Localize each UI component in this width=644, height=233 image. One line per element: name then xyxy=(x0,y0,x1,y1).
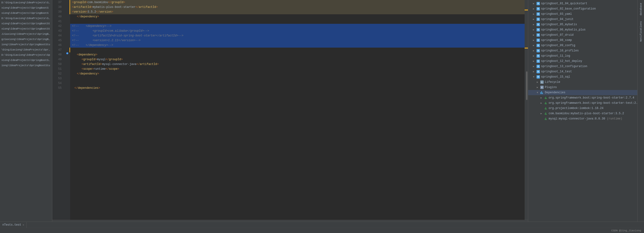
tree-item-plugins[interactable]: ▶ P Plugins xyxy=(528,85,637,90)
module-icon: m xyxy=(536,7,540,11)
code-line-43: <!-- <groupId>com.alibaba</groupId>--> xyxy=(70,29,524,33)
left-panel-item: iong\IdeaProjects\SpringBootStu xyxy=(0,63,52,68)
tree-arrow: ▶ xyxy=(533,13,535,16)
code-line-55: </dependencies> xyxy=(70,86,524,90)
tree-item-springboot05[interactable]: ▶ m springboot_05_mybatis xyxy=(528,22,637,27)
tree-item-springboot10[interactable]: ▶ m springboot_10_profiles xyxy=(528,48,637,53)
left-panel-item: xiong\IdeaProjects\SpringBootSt xyxy=(0,21,52,26)
tree-item-springboot07[interactable]: ▶ m springboot_07_druid xyxy=(528,32,637,38)
tree-item-springboot03[interactable]: ▶ m springboot_03_yaml xyxy=(528,12,637,17)
tree-label: springboot_09_config xyxy=(541,44,575,47)
file-tab-close[interactable]: ✕ xyxy=(22,223,24,226)
module-icon: m xyxy=(536,23,540,27)
tree-label: springboot_10_profiles xyxy=(541,49,578,52)
tree-arrow: ▶ xyxy=(533,28,535,31)
tree-item-springboot06[interactable]: ▶ m springboot_06_mybatis_plus xyxy=(528,27,637,32)
tree-label: Dependencies xyxy=(545,91,565,94)
tree-item-springboot02[interactable]: ▶ m springboot_02_base_configuration xyxy=(528,6,637,12)
code-line-54 xyxy=(70,81,524,86)
tree-label: springboot_07_druid xyxy=(541,33,574,37)
line-52: 52 xyxy=(52,71,64,76)
tree-item-springboot08[interactable]: ▶ m springboot_08_ssmp xyxy=(528,38,637,43)
module-icon: m xyxy=(536,75,540,79)
code-line-45: <!-- <version>1.2.11</version>--> xyxy=(70,38,524,43)
code-line-40: </dependency> xyxy=(70,14,524,19)
tree-label: springboot_03_yaml xyxy=(541,12,572,16)
tree-item-springboot15[interactable]: ▼ m springboot_15_sql xyxy=(528,74,637,80)
side-tab-database[interactable]: database xyxy=(638,0,644,18)
code-line-51: <scope>runtime</scope> xyxy=(70,67,524,71)
code-content[interactable]: <groupId>com.baomidou</groupId> <artifac… xyxy=(70,0,524,220)
tree-item-dep-spring-boot[interactable]: ▶ org.springframework.boot:spring-boot-s… xyxy=(528,95,637,100)
file-tab-ntests[interactable]: nTests.test ✕ xyxy=(0,222,27,228)
status-text: CSDN @Jing_Jiaxiong xyxy=(612,229,641,232)
bottom-file-tabs: nTests.test ✕ xyxy=(0,221,644,228)
line-45: 45 xyxy=(52,38,64,43)
project-tree[interactable]: ▶ m springboot_01_04_quickstart ▶ m spri… xyxy=(528,0,637,233)
tree-label: springboot_13_configuration xyxy=(541,65,587,68)
tree-item-lifecycle[interactable]: ▶ L Lifecycle xyxy=(528,80,637,85)
code-line-41 xyxy=(70,19,524,24)
line-41: 41 xyxy=(52,19,64,24)
code-line-46: <!-- </dependency>--> xyxy=(70,43,524,48)
line-55: 55 xyxy=(52,86,64,90)
tree-item-dep-mysql[interactable]: ▶ mysql:mysql-connector-java:8.0.30 (run… xyxy=(528,116,637,121)
tree-item-springboot11[interactable]: ▶ m springboot_11_log xyxy=(528,53,637,59)
tree-item-springboot04[interactable]: ▶ m springboot_04_junit xyxy=(528,17,637,22)
line-38: 38 xyxy=(52,5,64,10)
code-line-39: <version>3.5.2</version> xyxy=(70,10,524,14)
tree-label: springboot_14_test xyxy=(541,70,572,73)
editor-scrollbar[interactable] xyxy=(524,0,528,220)
tree-item-springboot14[interactable]: ▶ m springboot_14_test xyxy=(528,69,637,74)
module-icon: m xyxy=(536,2,540,6)
scrollbar-thumb[interactable] xyxy=(526,71,528,100)
code-line-52: </dependency> xyxy=(70,71,524,76)
tree-arrow: ▶ xyxy=(533,34,535,36)
tree-item-springboot12[interactable]: ▶ m springboot_12_hot_deploy xyxy=(528,59,637,64)
left-panel-item: D:\DingJiaxiong\IdeaProjects\Spr xyxy=(0,16,52,21)
side-tab-notifications[interactable]: Notifications xyxy=(638,18,644,45)
line-48: 48 xyxy=(52,52,64,57)
tree-label: springboot_01_04_quickstart xyxy=(541,2,587,5)
tree-label: org.springframework.boot:spring-boot-sta… xyxy=(549,96,634,100)
tree-label: Lifecycle xyxy=(545,80,560,84)
tree-item-dep-spring-boot-test[interactable]: ▶ org.springframework.boot:spring-boot-s… xyxy=(528,100,637,106)
left-panel-item: D:\DingJiaxiong\IdeaProjects\Sp xyxy=(0,52,52,58)
tree-item-dep-lombok[interactable]: ▶ org.projectlombok:lombok:1.18.24 xyxy=(528,106,637,111)
tree-label: springboot_08_ssmp xyxy=(541,39,572,42)
code-line-53 xyxy=(70,76,524,81)
scrollbar-marker-1 xyxy=(524,10,528,11)
dep-item-icon xyxy=(544,117,548,121)
editor-area: 37 38 39 40 41 42 43 44 45 46 47 48 49 5… xyxy=(52,0,528,233)
tree-label: springboot_06_mybatis_plus xyxy=(541,28,586,32)
module-icon: m xyxy=(536,17,540,21)
module-icon: m xyxy=(536,49,540,53)
tree-item-springboot01[interactable]: ▶ m springboot_01_04_quickstart xyxy=(528,1,637,6)
line-43: 43 xyxy=(52,29,64,33)
dep-item-icon xyxy=(544,112,548,115)
code-editor[interactable]: 37 38 39 40 41 42 43 44 45 46 47 48 49 5… xyxy=(52,0,528,220)
module-icon: m xyxy=(536,33,540,37)
line-42: 42 xyxy=(52,24,64,29)
module-icon: m xyxy=(536,70,540,74)
tree-label: org.projectlombok:lombok:1.18.24 xyxy=(549,107,603,110)
tree-label: springboot_11_log xyxy=(541,54,570,58)
tree-arrow: ▶ xyxy=(533,65,535,68)
line-numbers: 37 38 39 40 41 42 43 44 45 46 47 48 49 5… xyxy=(52,0,66,220)
tree-item-dep-mybatis-plus[interactable]: ▶ com.baomidou:mybatis-plus-boot-starter… xyxy=(528,111,637,116)
tree-item-springboot09[interactable]: ▶ m springboot_09_config xyxy=(528,43,637,48)
status-bar: CSDN @Jing_Jiaxiong xyxy=(0,228,644,233)
line-40: 40 xyxy=(52,14,64,19)
tree-arrow: ▶ xyxy=(537,86,539,89)
tree-label: Plugins xyxy=(545,86,557,89)
tree-item-springboot13[interactable]: ▶ m springboot_13_configuration xyxy=(528,64,637,69)
dep-item-icon xyxy=(544,101,548,105)
line-47: 47 xyxy=(52,48,64,52)
plugins-icon: P xyxy=(540,85,544,89)
tree-item-dependencies[interactable]: ▼ Dependencies xyxy=(528,90,637,95)
tree-arrow: ▶ xyxy=(533,60,535,63)
tree-label: springboot_05_mybatis xyxy=(541,23,577,26)
dep-item-icon xyxy=(544,96,548,100)
left-panel-item: gJiaxiong\IdeaProjects\SpringBoo xyxy=(0,37,52,42)
tree-arrow: ▶ xyxy=(540,112,543,115)
